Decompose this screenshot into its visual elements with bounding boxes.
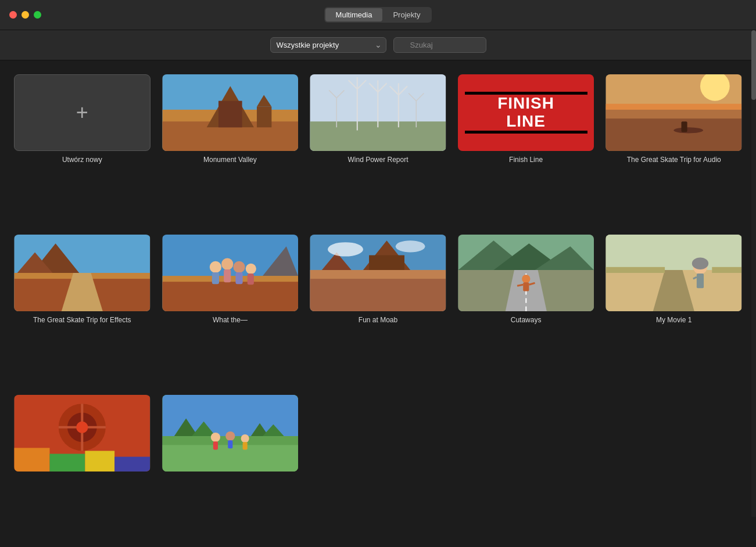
svg-point-67 xyxy=(522,275,530,283)
thumbnail-skate-audio xyxy=(605,74,742,151)
svg-rect-49 xyxy=(235,272,242,284)
titlebar: Multimedia Projekty xyxy=(0,0,756,30)
svg-rect-80 xyxy=(712,267,742,273)
project-label-skate-effects: The Great Skate Trip for Effects xyxy=(33,316,131,324)
thumbnail-wind xyxy=(310,74,446,151)
project-new[interactable]: + Utwórz nowy xyxy=(14,74,151,221)
project-label-moab: Fun at Moab xyxy=(359,316,397,324)
project-wind-power[interactable]: Wind Power Report xyxy=(310,74,446,221)
svg-rect-5 xyxy=(257,107,271,128)
svg-rect-56 xyxy=(369,255,404,270)
plus-icon: + xyxy=(76,102,88,123)
project-filter-wrapper: Wszystkie projekty Ostatnie Moje projekt… xyxy=(270,37,386,53)
thumbnail-whatthe xyxy=(162,235,299,311)
scrollbar-thumb[interactable] xyxy=(751,30,756,100)
project-label-finish: Finish Line xyxy=(509,156,543,164)
thumbnail-monument xyxy=(162,74,299,151)
svg-rect-50 xyxy=(247,274,253,285)
toolbar: Wszystkie projekty Ostatnie Moje projekt… xyxy=(0,30,756,60)
project-skate-effects[interactable]: The Great Skate Trip for Effects xyxy=(14,235,151,381)
svg-rect-68 xyxy=(523,282,529,291)
svg-point-59 xyxy=(396,240,425,252)
svg-rect-83 xyxy=(49,454,85,472)
svg-point-101 xyxy=(225,431,235,441)
project-label-whatthe: What the— xyxy=(213,316,248,324)
project-moab[interactable]: Fun at Moab xyxy=(310,235,446,381)
tab-group: Multimedia Projekty xyxy=(324,7,432,23)
svg-rect-82 xyxy=(15,448,50,472)
thumbnail-moab xyxy=(310,235,446,311)
svg-point-99 xyxy=(210,433,220,442)
maximize-button[interactable] xyxy=(34,11,41,19)
scrollbar-track xyxy=(751,30,756,517)
thumbnail-mymovie xyxy=(605,235,742,311)
project-skate-audio[interactable]: The Great Skate Trip for Audio xyxy=(605,74,742,221)
project-monument-valley[interactable]: Monument Valley xyxy=(162,74,299,221)
svg-point-46 xyxy=(245,264,256,274)
project-label-mymovie: My Movie 1 xyxy=(656,316,691,324)
svg-rect-102 xyxy=(228,440,232,448)
svg-point-90 xyxy=(76,422,88,433)
finish-bottom-bar xyxy=(465,131,587,134)
thumbnail-cutaways xyxy=(458,235,594,311)
thumbnail-skaters xyxy=(162,395,299,472)
project-label-cutaways: Cutaways xyxy=(511,316,542,324)
svg-rect-54 xyxy=(310,279,446,311)
project-finish-line[interactable]: FINISHLINE Finish Line xyxy=(458,74,594,221)
project-label-monument: Monument Valley xyxy=(203,156,257,164)
svg-rect-76 xyxy=(697,274,704,288)
project-label-skate-audio: The Great Skate Trip for Audio xyxy=(627,156,721,164)
svg-point-32 xyxy=(674,127,704,133)
tab-multimedia[interactable]: Multimedia xyxy=(325,8,383,21)
traffic-lights xyxy=(9,11,41,19)
project-drone[interactable] xyxy=(14,395,151,533)
close-button[interactable] xyxy=(9,11,17,19)
project-label-new: Utwórz nowy xyxy=(62,156,102,164)
svg-rect-94 xyxy=(162,445,298,472)
search-wrapper xyxy=(393,37,486,53)
svg-point-78 xyxy=(692,258,708,269)
svg-point-58 xyxy=(328,242,363,256)
svg-rect-31 xyxy=(606,104,741,110)
thumbnail-drone xyxy=(14,395,151,472)
search-input[interactable] xyxy=(393,37,486,53)
svg-rect-33 xyxy=(682,121,687,132)
svg-point-45 xyxy=(233,261,245,273)
thumbnail-skate-effects xyxy=(14,235,151,311)
projects-grid: + Utwórz nowy Monument Valley xyxy=(0,60,756,547)
svg-rect-73 xyxy=(606,235,741,270)
project-whatthe[interactable]: What the— xyxy=(162,235,299,381)
svg-point-103 xyxy=(241,434,249,442)
svg-rect-100 xyxy=(213,441,217,449)
svg-rect-85 xyxy=(114,457,150,472)
project-cutaways[interactable]: Cutaways xyxy=(458,235,594,381)
minimize-button[interactable] xyxy=(22,11,29,19)
project-skaters[interactable] xyxy=(162,395,299,533)
project-mymovie[interactable]: My Movie 1 xyxy=(605,235,742,381)
tab-projekty[interactable]: Projekty xyxy=(382,8,431,21)
project-label-wind: Wind Power Report xyxy=(347,156,408,164)
svg-rect-79 xyxy=(606,267,665,273)
finish-text: FINISHLINE xyxy=(497,95,554,131)
svg-rect-4 xyxy=(218,101,242,128)
svg-point-43 xyxy=(209,261,221,273)
svg-rect-47 xyxy=(212,272,218,284)
svg-rect-48 xyxy=(224,269,231,282)
svg-rect-42 xyxy=(162,282,298,311)
svg-rect-28 xyxy=(606,116,741,151)
svg-rect-104 xyxy=(242,442,247,449)
svg-line-69 xyxy=(517,285,523,286)
svg-point-44 xyxy=(221,258,233,270)
svg-rect-84 xyxy=(85,451,114,472)
project-filter[interactable]: Wszystkie projekty Ostatnie Moje projekt… xyxy=(270,37,386,53)
